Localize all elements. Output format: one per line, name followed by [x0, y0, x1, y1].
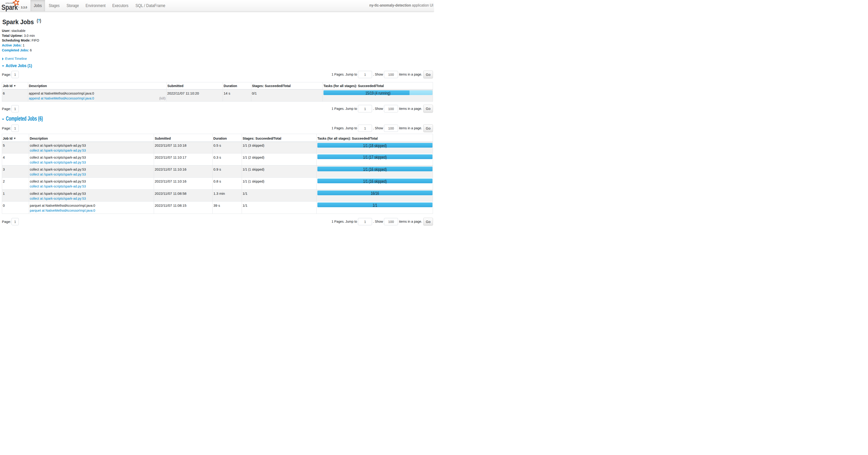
- svg-text:TM: TM: [18, 7, 20, 8]
